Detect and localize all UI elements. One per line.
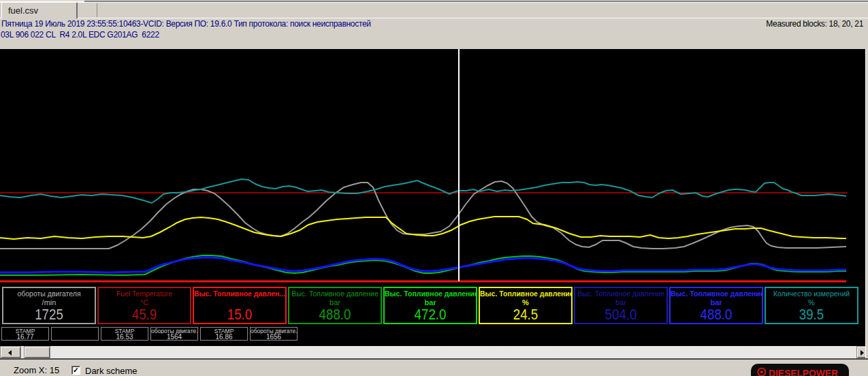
measurement-label: Fuel Temperature [99, 289, 190, 298]
measurement-box[interactable]: Выс. Топливное давлениеbar488.0 [669, 287, 763, 324]
measurement-value: 39.5 [773, 307, 850, 322]
measurement-value: 1725 [10, 307, 88, 322]
status-bar: Zoom X: 15 ✓ Dark scheme DIESELPOWER [0, 358, 868, 376]
measurement-box[interactable]: Выс. Топливное давлениеbar504.0 [574, 287, 668, 324]
measurement-box[interactable]: Выс. Топливное давление%24.5 [479, 287, 573, 324]
ecu-info-line: 03L 906 022 CL R4 2.0L EDC G201AG 6222 [1, 30, 159, 40]
stamp-value: 16.77 [2, 334, 48, 340]
measurement-label: Выс. Топливное давлен... [194, 289, 285, 298]
tabstrip-divider [97, 3, 97, 17]
measurement-value: 488.0 [677, 307, 755, 322]
measurement-value: 488.0 [296, 307, 374, 322]
signal-chart[interactable] [0, 49, 868, 284]
measurement-label: Выс. Топливное давление [575, 289, 666, 298]
zoom-x-label: Zoom X: 15 [14, 365, 59, 375]
series-fuel-pressure-bar-488 [0, 257, 846, 272]
measurement-value: 15.0 [201, 307, 278, 322]
dark-scheme-checkbox[interactable]: ✓ [71, 366, 80, 375]
measurement-label: Выс. Топливное давление [671, 289, 762, 298]
dark-scheme-label: Dark scheme [85, 366, 138, 376]
measurement-value: 504.0 [582, 307, 660, 322]
checkmark-icon: ✓ [73, 366, 79, 374]
measurement-label: Выс. Топливное давление [385, 289, 476, 298]
tab-label: fuel.csv [8, 5, 38, 16]
measurement-box[interactable]: Fuel Temperature°C45.9 [97, 287, 191, 324]
values-panel: обороты двигателя/min1725Fuel Temperatur… [0, 284, 868, 346]
stamp-box[interactable]: обороты двигате...1656 [250, 327, 298, 341]
series-fuel-pressure-pct-24.5 [0, 217, 846, 239]
measurement-row: обороты двигателя/min1725Fuel Temperatur… [2, 287, 860, 324]
measurement-box[interactable]: Выс. Топливное давлен...15.0 [193, 287, 287, 324]
series-engine-rpm-1725 [0, 181, 846, 249]
tab-fuel-csv[interactable]: fuel.csv [1, 2, 78, 18]
scroll-right-icon [861, 350, 864, 356]
stamp-value: 16.53 [101, 334, 148, 340]
window-right-edge [865, 49, 868, 359]
stamp-box[interactable]: STAMP16.77 [1, 327, 49, 341]
turbo-icon [756, 367, 767, 376]
stamp-value: 1656 [251, 334, 297, 340]
scrollbar-left-button[interactable] [0, 346, 21, 358]
measurement-box[interactable]: обороты двигателя/min1725 [2, 287, 96, 324]
stamp-box[interactable]: обороты двигате...1564 [150, 327, 198, 341]
stamp-box[interactable] [51, 327, 99, 341]
scrollbar-thumb[interactable] [24, 346, 50, 358]
measurement-value: 472.0 [391, 307, 469, 322]
logo-text: DIESELPOWER [769, 367, 838, 376]
measurement-label: обороты двигателя [3, 289, 95, 298]
horizontal-scrollbar[interactable] [0, 346, 868, 358]
tabstrip-baseline [0, 18, 868, 18]
dieselpower-logo: DIESELPOWER [751, 364, 849, 376]
measurement-box[interactable]: Выс. Топливное давлениеbar488.0 [288, 287, 382, 324]
measurement-value: 24.5 [487, 307, 564, 322]
measurement-label: Количество измерений [766, 289, 857, 298]
session-info-line: Пятница 19 Июль 2019 23:55:55:10463-VCID… [1, 19, 371, 29]
stamp-row: STAMP16.77STAMP16.53обороты двигате...15… [1, 327, 300, 341]
stamp-box[interactable]: STAMP16.86 [200, 327, 248, 341]
measurement-value: 45.9 [106, 307, 183, 322]
stamp-value: 16.86 [201, 334, 247, 340]
measurement-label: Выс. Топливное давление [289, 289, 381, 298]
stamp-box[interactable]: STAMP16.53 [101, 327, 148, 341]
measurement-label: Выс. Топливное давление [480, 289, 571, 298]
measurement-box[interactable]: Выс. Топливное давлениеbar472.0 [383, 287, 477, 324]
measurement-box[interactable]: Количество измерений%39.5 [765, 287, 858, 324]
window-top-highlight [0, 2, 868, 3]
series-measurement-count-39.5 [0, 179, 846, 203]
scroll-left-icon [8, 350, 12, 356]
measured-blocks-label: Measured blocks: 18, 20, 21 [766, 19, 863, 29]
stamp-value: 1564 [151, 334, 197, 340]
